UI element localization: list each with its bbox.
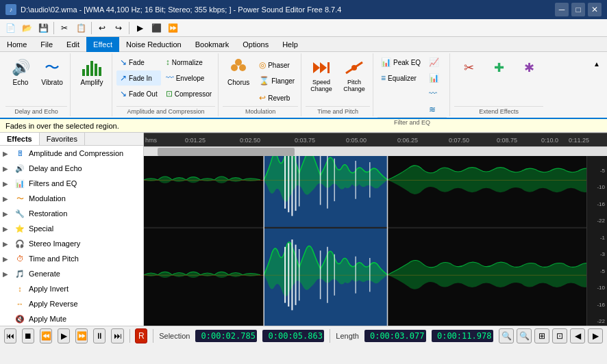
maximize-button[interactable]: □ xyxy=(571,3,585,16)
chorus-label: Chorus xyxy=(227,79,249,86)
sidebar-item-special[interactable]: ▶ ⭐ Special xyxy=(0,221,143,236)
menu-file[interactable]: File xyxy=(34,37,60,52)
fade-label: Fade xyxy=(129,59,145,66)
ribbon-ext1-button[interactable]: ✂ xyxy=(454,55,483,81)
ribbon-ext2-button[interactable]: ✚ xyxy=(484,55,513,81)
ribbon-compressor-button[interactable]: ⊡ Compressor xyxy=(162,86,215,101)
ribbon-phaser-button[interactable]: ◎ Phaser xyxy=(256,57,298,73)
transport-play-button[interactable]: ▶ xyxy=(58,328,70,343)
ribbon-amplify-button[interactable]: Amplify xyxy=(75,55,109,88)
hscrollbar[interactable] xyxy=(144,146,607,156)
transport-pause-button[interactable]: ⏸ xyxy=(93,328,106,343)
reverse-item-label: Apply Reverse xyxy=(29,300,78,308)
sidebar-item-stereo[interactable]: ▶ 🎧 Stereo Imagery xyxy=(0,236,143,251)
transport-stop-button[interactable]: ⏹ xyxy=(22,328,34,343)
ribbon-speed-button[interactable]: SpeedChange xyxy=(306,55,337,94)
mute-item-label: Apply Mute xyxy=(29,315,66,323)
tab-favorites[interactable]: Favorites xyxy=(40,133,85,145)
speed-icon xyxy=(310,57,332,79)
special-item-label: Special xyxy=(29,224,53,233)
sidebar-item-timepitch[interactable]: ▶ ⏱ Time and Pitch xyxy=(0,251,143,266)
sidebar-item-filters[interactable]: ▶ 📊 Filters and EQ xyxy=(0,176,143,191)
timeline-6: 0:07.50 xyxy=(449,137,469,144)
minimize-button[interactable]: ─ xyxy=(555,3,569,16)
menu-help[interactable]: Help xyxy=(275,37,305,52)
ribbon-peakeq-button[interactable]: 📊 Peak EQ xyxy=(377,55,424,70)
eq6-icon: ≋ xyxy=(429,105,436,114)
ribbon-normalize-button[interactable]: ↕ Normalize xyxy=(162,55,215,70)
ribbon-reverb-button[interactable]: ↩ Reverb xyxy=(256,90,298,105)
new-button[interactable]: 📄 xyxy=(3,21,18,36)
close-button[interactable]: ✕ xyxy=(588,3,602,16)
extend-group-label: Extend Effects xyxy=(454,106,543,115)
menu-home[interactable]: Home xyxy=(0,37,34,52)
svg-marker-9 xyxy=(320,62,327,73)
waveform-area[interactable]: -1 -3 -5 -10 -16 -22 -1 -3 -5 -10 -16 -2… xyxy=(144,133,607,326)
ribbon-fade-button[interactable]: ↘ Fade xyxy=(116,55,161,70)
restoration-item-icon: 🔧 xyxy=(14,207,26,220)
app-icon: ♪ xyxy=(5,4,16,15)
expand-icon-timepitch: ▶ xyxy=(3,255,11,263)
ffwd-button[interactable]: ⏩ xyxy=(165,21,180,36)
transport-end-button[interactable]: ⏭ xyxy=(111,328,123,343)
ribbon-eq5-button[interactable]: 〰 xyxy=(425,86,443,101)
sidebar-item-restoration[interactable]: ▶ 🔧 Restoration xyxy=(0,206,143,221)
ribbon-echo-button[interactable]: 🔊 Echo xyxy=(5,55,36,88)
stop-button[interactable]: ⬛ xyxy=(149,21,164,36)
menu-options[interactable]: Options xyxy=(236,37,275,52)
tab-effects[interactable]: Effects xyxy=(0,133,40,145)
copy-button[interactable]: 📋 xyxy=(73,21,88,36)
ribbon-equalizer-button[interactable]: ≡ Equalizer xyxy=(377,70,424,86)
save-button[interactable]: 💾 xyxy=(36,21,51,36)
db-label-10: -10 xyxy=(587,184,607,190)
scroll-right-button[interactable]: ▶ xyxy=(588,328,603,343)
sidebar-item-invert[interactable]: ▶ ↕ Apply Invert xyxy=(0,281,143,296)
undo-button[interactable]: ↩ xyxy=(95,21,110,36)
menu-noise[interactable]: Noise Reduction xyxy=(119,37,188,52)
ribbon-pitch-button[interactable]: PitchChange xyxy=(338,55,370,94)
eq-col2: 📈 📊 〰 ≋ xyxy=(425,55,443,117)
amplify-group-label xyxy=(75,114,109,115)
cut-button[interactable]: ✂ xyxy=(57,21,72,36)
sidebar-item-amplitude[interactable]: ▶ 🎚 Amplitude and Compression xyxy=(0,146,143,161)
amplitude-item-label: Amplitude and Compression xyxy=(29,149,123,157)
sidebar-item-reverse[interactable]: ▶ ↔ Apply Reverse xyxy=(0,296,143,311)
ribbon-vibrato-button[interactable]: 〜 Vibrato xyxy=(37,55,67,88)
ribbon-group-timepitch: SpeedChange PitchChange Time and Pitch xyxy=(303,53,373,116)
ribbon-eq6-button[interactable]: ≋ xyxy=(425,102,443,117)
sidebar-item-mute[interactable]: ▶ 🔇 Apply Mute xyxy=(0,311,143,326)
timepitch-group-label: Time and Pitch xyxy=(306,106,370,115)
ribbon-envelope-button[interactable]: 〰 Envelope xyxy=(162,70,215,86)
menu-edit[interactable]: Edit xyxy=(60,37,86,52)
ribbon-fadein-button[interactable]: ↗ Fade In xyxy=(116,70,161,86)
transport-prev-button[interactable]: ⏪ xyxy=(40,328,52,343)
ribbon-eq3-button[interactable]: 📈 xyxy=(425,55,443,70)
scroll-left-button[interactable]: ◀ xyxy=(570,328,585,343)
zoom-in-button[interactable]: 🔍 xyxy=(499,328,514,343)
ribbon-ext3-button[interactable]: ✱ xyxy=(515,55,543,81)
amplify-icon xyxy=(81,57,103,79)
play-button[interactable]: ▶ xyxy=(132,21,147,36)
menu-bookmark[interactable]: Bookmark xyxy=(188,37,236,52)
redo-button[interactable]: ↪ xyxy=(111,21,126,36)
hscrollbar-thumb[interactable] xyxy=(158,148,295,156)
zoom-out-button[interactable]: 🔍 xyxy=(517,328,532,343)
transport-start-button[interactable]: ⏮ xyxy=(4,328,16,343)
phaser-icon: ◎ xyxy=(259,60,266,70)
ribbon-chorus-button[interactable]: Chorus xyxy=(223,55,254,88)
sidebar-item-delay[interactable]: ▶ 🔊 Delay and Echo xyxy=(0,161,143,176)
svg-point-5 xyxy=(231,64,238,71)
zoom-sel-button[interactable]: ⊡ xyxy=(552,328,567,343)
sidebar-item-generate[interactable]: ▶ 🎵 Generate xyxy=(0,266,143,281)
timeline-3: 0:03.75 xyxy=(295,137,315,144)
zoom-fit-button[interactable]: ⊞ xyxy=(534,328,549,343)
record-button[interactable]: R xyxy=(135,328,147,343)
ribbon-fadeout-button[interactable]: ↘ Fade Out xyxy=(116,86,161,101)
ribbon-collapse-button[interactable]: ▲ xyxy=(589,56,604,71)
transport-next-button[interactable]: ⏩ xyxy=(75,328,88,343)
ribbon-flanger-button[interactable]: ⌛ Flanger xyxy=(256,73,298,88)
sidebar-item-modulation[interactable]: ▶ 〜 Modulation xyxy=(0,191,143,206)
open-button[interactable]: 📂 xyxy=(19,21,34,36)
menu-effect[interactable]: Effect xyxy=(86,37,119,52)
ribbon-eq4-button[interactable]: 📊 xyxy=(425,70,443,86)
